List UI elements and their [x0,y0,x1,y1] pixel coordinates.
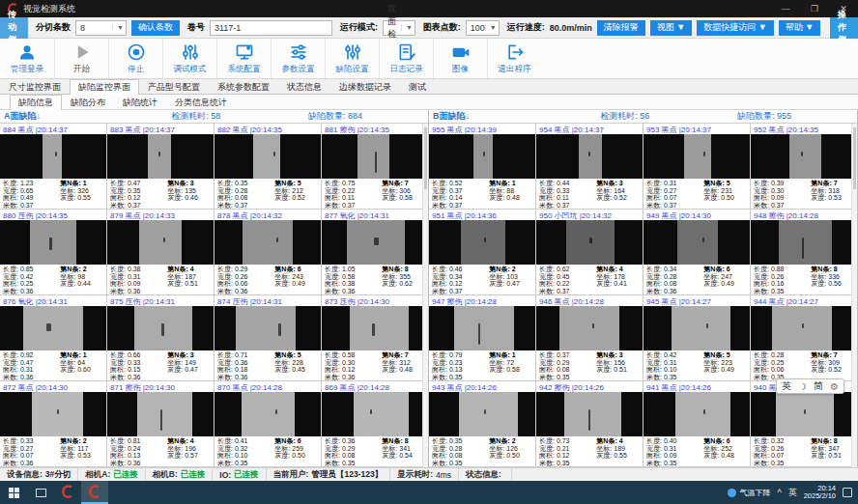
moon-icon[interactable]: ☽ [798,381,807,392]
defect-image[interactable] [751,392,857,436]
language-switcher[interactable]: 英☽简⚙ [776,378,844,394]
defect-card[interactable]: 878 黑点 |20:14:32长度: 0.29宽度: 0.26面积: 0.06… [214,210,321,294]
defect-card[interactable]: 872 黑点 |20:14:30长度: 0.33宽度: 0.27面积: 0.07… [0,381,106,466]
input-language-indicator[interactable]: 英 [788,487,797,499]
defect-image[interactable] [107,392,214,436]
help-menu-button[interactable]: 帮助 ▼ [779,20,820,36]
defect-image[interactable] [751,306,857,350]
defect-image[interactable] [214,134,321,179]
tab-2[interactable]: 产品型号配置 [139,79,209,94]
clear-alarm-button[interactable]: 清除报警 [597,20,645,36]
defect-image[interactable] [429,134,535,179]
defect-image[interactable] [214,392,321,436]
drive-side-button[interactable]: 传动侧 [0,17,28,39]
toolbar-button-user[interactable]: 管理登录 [0,39,54,78]
defect-image[interactable] [751,220,857,265]
defect-image[interactable] [536,134,643,179]
defect-image[interactable] [644,392,750,436]
defect-card[interactable]: 875 压伤 |20:14:31长度: 0.66宽度: 0.33面积: 0.15… [107,295,214,380]
view-menu-button[interactable]: 视图 ▼ [650,20,692,36]
run-mode-select[interactable]: 双面检测 ▼ [383,20,415,36]
defect-card[interactable]: 876 氧化 |20:14:31长度: 0.92宽度: 0.47面积: 0.31… [0,295,106,380]
defect-image[interactable] [322,392,428,436]
defect-image[interactable] [0,134,106,179]
taskbar-clock[interactable]: 20:142025/2/10 [804,485,836,501]
lang-option-简[interactable]: 简 [814,379,823,393]
defect-image[interactable] [429,306,535,350]
defect-image[interactable] [429,392,535,436]
defect-card[interactable]: 948 擦伤 |20:14:28长度: 0.88宽度: 0.26面积: 0.16… [751,210,857,294]
defect-image[interactable] [107,306,214,350]
tray-expand-caret[interactable]: ^ [777,488,781,497]
defect-card[interactable]: 955 黑点 |20:14:39长度: 0.52宽度: 0.37面积: 0.14… [429,124,535,209]
defect-card[interactable]: 945 黑点 |20:14:27长度: 0.42宽度: 0.31面积: 0.10… [644,295,750,380]
defect-card[interactable]: 873 压伤 |20:14:30长度: 0.58宽度: 0.30面积: 0.12… [322,295,428,380]
defect-card[interactable]: 883 黑点 |20:14:37长度: 0.47宽度: 0.35面积: 0.12… [107,124,214,209]
defect-card[interactable]: 880 压伤 |20:14:35长度: 0.85宽度: 0.42面积: 0.25… [0,210,106,294]
defect-card[interactable]: 954 黑点 |20:14:37长度: 0.44宽度: 0.33面积: 0.11… [536,124,643,209]
defect-image[interactable] [536,306,643,350]
defect-card[interactable]: 870 黑点 |20:14:28长度: 0.41宽度: 0.32面积: 0.10… [214,381,321,466]
start-button[interactable] [0,481,27,504]
defect-image[interactable] [644,134,750,179]
defect-card[interactable]: 879 黑点 |20:14:33长度: 0.38宽度: 0.31面积: 0.09… [107,210,214,294]
weather-widget[interactable]: 气温下降 [728,488,770,498]
tab-3[interactable]: 系统参数配置 [209,79,278,94]
toolbar-button-camera[interactable]: 图像 [433,39,487,78]
defect-card[interactable]: 944 黑点 |20:14:27长度: 0.28宽度: 0.25面积: 0.06… [751,295,857,380]
maximize-button[interactable]: ❐ [800,0,829,17]
defect-card[interactable]: 941 黑点 |20:14:26长度: 0.40宽度: 0.31面积: 0.09… [644,381,750,466]
tab-6[interactable]: 测试 [400,79,435,94]
task-view-button[interactable] [27,481,54,504]
defect-card[interactable]: 952 黑点 |20:14:35长度: 0.39宽度: 0.30面积: 0.09… [751,124,857,209]
defect-card[interactable]: 950 小凹坑 |20:14:32长度: 0.62宽度: 0.45面积: 0.2… [536,210,643,294]
chart-points-select[interactable]: 100 ▼ [466,20,500,36]
confirm-count-button[interactable]: 确认条数 [131,20,180,36]
defect-card[interactable]: 951 黑点 |20:14:36长度: 0.46宽度: 0.34面积: 0.12… [429,210,535,294]
defect-card[interactable]: 877 氧化 |20:14:31长度: 1.05宽度: 0.58面积: 0.38… [322,210,428,294]
defect-image[interactable] [644,220,750,265]
minimize-button[interactable]: — [771,0,800,17]
defect-image[interactable] [214,306,321,350]
defect-image[interactable] [0,392,106,436]
roll-number-input[interactable] [210,20,332,36]
tab-1[interactable]: 缺陷监控界面 [70,79,139,95]
defect-card[interactable]: 947 擦伤 |20:14:28长度: 0.79宽度: 0.23面积: 0.13… [429,295,535,380]
defect-image[interactable] [322,220,428,265]
defect-image[interactable] [107,134,214,179]
toolbar-button-tune[interactable]: 调试模式 [162,39,216,78]
toolbar-button-play[interactable]: 开始 [54,39,108,78]
slit-count-select[interactable]: 8 ▼ [75,20,127,36]
defect-card[interactable]: 871 擦伤 |20:14:30长度: 0.81宽度: 0.24面积: 0.13… [107,381,214,466]
defect-image[interactable] [322,134,428,179]
defect-card[interactable]: 881 擦伤 |20:14:35长度: 0.75宽度: 0.22面积: 0.11… [322,124,428,209]
defect-image[interactable] [322,306,428,350]
defect-card[interactable]: 943 黑点 |20:14:26长度: 0.35宽度: 0.28面积: 0.08… [429,381,535,466]
tab-4[interactable]: 状态信息 [278,79,330,94]
defect-image[interactable] [536,392,643,436]
tab-0[interactable]: 尺寸监控界面 [0,79,70,94]
toolbar-button-exit[interactable]: 退出程序 [487,39,541,78]
toolbar-button-monitor[interactable]: 系统配置 [216,39,271,78]
defect-card[interactable]: 884 黑点 |20:14:37长度: 1.23宽度: 0.65面积: 0.49… [0,124,106,209]
notification-center-icon[interactable] [843,488,852,497]
subtab-1[interactable]: 缺陷分布 [62,95,114,109]
taskbar-app-icon[interactable] [81,481,108,504]
defect-card[interactable]: 882 黑点 |20:14:35长度: 0.35宽度: 0.28面积: 0.08… [214,124,321,209]
toolbar-button-stop[interactable]: 停止 [108,39,162,78]
defect-card[interactable]: 940 黑点 |20:14:26长度: 0.32宽度: 0.26面积: 0.07… [751,381,857,466]
defect-card[interactable]: 942 擦伤 |20:14:26长度: 0.73宽度: 0.21面积: 0.12… [536,381,643,466]
defect-image[interactable] [107,220,214,265]
data-quick-access-button[interactable]: 数据快捷访问 ▼ [697,20,773,36]
toolbar-button-sliders-v[interactable]: 缺陷设置 [325,39,379,78]
subtab-0[interactable]: 缺陷信息 [10,95,62,110]
toolbar-button-journal[interactable]: 日志记录 [379,39,433,78]
defect-card[interactable]: 949 黑点 |20:14:30长度: 0.34宽度: 0.28面积: 0.08… [644,210,750,294]
subtab-3[interactable]: 分类信息统计 [166,95,236,109]
defect-card[interactable]: 874 压伤 |20:14:31长度: 0.71宽度: 0.36面积: 0.18… [214,295,321,380]
toolbar-button-sliders-h[interactable]: 参数设置 [271,39,325,78]
lang-option-英[interactable]: 英 [782,379,791,393]
defect-card[interactable]: 953 黑点 |20:14:37长度: 0.31宽度: 0.27面积: 0.07… [644,124,750,209]
defect-image[interactable] [0,220,106,265]
defect-image[interactable] [0,306,106,350]
